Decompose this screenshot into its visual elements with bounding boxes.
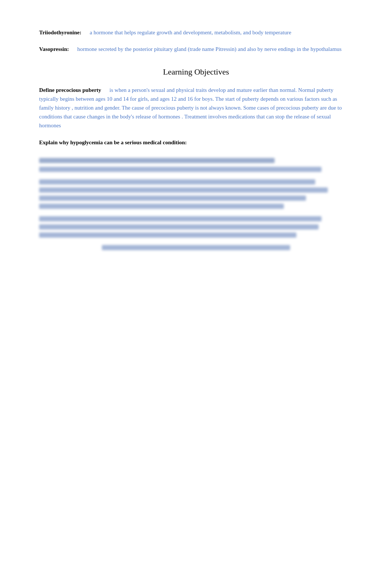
objective-term-precocious-puberty: Define precocious puberty [39, 87, 101, 93]
glossary-definition-vasopressin: hormone secreted by the posterior pituit… [77, 46, 341, 52]
objective-term-hypoglycemia: Explain why hypoglycemia can be a seriou… [39, 139, 187, 145]
section-title: Learning Objectives [39, 67, 353, 77]
glossary-entry-vasopressin: Vasopressin: hormone secreted by the pos… [39, 46, 353, 52]
objective-precocious-puberty: Define precocious puberty is when a pers… [39, 86, 353, 130]
glossary-entry-triiodothyronine: Triiodothyronine: a hormone that helps r… [39, 30, 353, 36]
blurred-content [39, 158, 353, 250]
glossary-term-triiodothyronine: Triiodothyronine: [39, 30, 81, 35]
objective-body-precocious-puberty: is when a person's sexual and physical t… [39, 87, 342, 128]
page-content: Triiodothyronine: a hormone that helps r… [0, 0, 392, 287]
glossary-term-vasopressin: Vasopressin: [39, 46, 69, 52]
glossary-definition-triiodothyronine: a hormone that helps regulate growth and… [90, 30, 291, 35]
objective-hypoglycemia: Explain why hypoglycemia can be a seriou… [39, 138, 353, 147]
